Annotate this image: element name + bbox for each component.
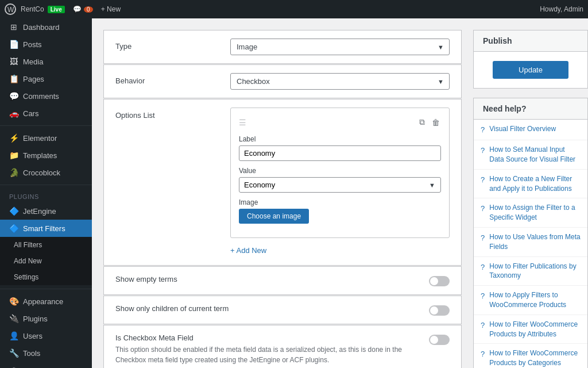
- sidebar-item-media[interactable]: 🖼 Media: [0, 53, 92, 70]
- is-checkbox-meta-label-area: Is Checkbox Meta Field This option shoul…: [115, 334, 417, 365]
- sidebar-label-tools: Tools: [23, 349, 40, 358]
- sidebar-item-dashboard[interactable]: ⊞ Dashboard: [0, 18, 92, 36]
- toggle-knob-2: [430, 306, 438, 315]
- sidebar-item-plugins[interactable]: 🔌 Plugins: [0, 310, 92, 327]
- users-icon: 👤: [9, 331, 18, 340]
- cars-icon: 🚗: [9, 109, 18, 118]
- live-badge: Live: [48, 6, 65, 13]
- sidebar-item-all-filters[interactable]: All Filters: [0, 237, 92, 253]
- behavior-select-wrapper: Checkbox ▼: [230, 73, 450, 90]
- sidebar-label-pages: Pages: [23, 75, 44, 83]
- help-link-1[interactable]: ?How to Set Manual Input Data Source for…: [474, 140, 587, 170]
- sidebar-item-elementor[interactable]: ⚡ Elementor: [0, 129, 92, 147]
- behavior-select[interactable]: Checkbox: [230, 73, 450, 90]
- sidebar-item-settings-main[interactable]: ⚙ Settings: [0, 362, 92, 368]
- sidebar-item-comments[interactable]: 💬 Comments: [0, 87, 92, 105]
- options-card-header: ☰ ⧉ 🗑: [239, 116, 441, 128]
- sidebar-item-smartfilters[interactable]: 🔷 Smart Filters: [0, 220, 92, 237]
- show-only-children-row: Show only children of current term: [103, 296, 462, 324]
- sidebar-label-media: Media: [23, 57, 43, 66]
- options-card-icons: ⧉ 🗑: [418, 116, 441, 128]
- help-link-5[interactable]: ?How to Filter Publications by Taxonomy: [474, 257, 587, 286]
- adminbar-howdy: Howdy, Admin: [540, 5, 583, 13]
- add-new-row: + Add New: [230, 244, 450, 257]
- sidebar-item-pages[interactable]: 📋 Pages: [0, 70, 92, 87]
- value-field-label: Value: [239, 167, 441, 175]
- type-control: Image ▼: [230, 39, 450, 55]
- help-icon-0: ?: [481, 125, 485, 135]
- drag-handle-icon[interactable]: ☰: [239, 118, 246, 127]
- show-empty-terms-toggle[interactable]: [429, 276, 450, 286]
- sidebar-item-posts[interactable]: 📄 Posts: [0, 36, 92, 53]
- sidebar-item-templates[interactable]: 📁 Templates: [0, 147, 92, 164]
- add-new-button[interactable]: + Add New: [230, 244, 266, 257]
- sidebar-label-comments: Comments: [23, 92, 59, 101]
- sidebar-item-jetengine[interactable]: 🔷 JetEngine: [0, 202, 92, 220]
- sidebar-item-settings[interactable]: Settings: [0, 269, 92, 285]
- help-icon-3: ?: [481, 204, 485, 214]
- sidebar-divider-3: [0, 289, 92, 289]
- image-group: Image Choose an image: [239, 198, 441, 224]
- is-checkbox-meta-title: Is Checkbox Meta Field: [115, 334, 417, 342]
- sidebar-label-dashboard: Dashboard: [23, 23, 60, 32]
- value-group: Value Economy ▼: [239, 167, 441, 193]
- label-input[interactable]: [239, 145, 441, 161]
- sidebar-item-add-new[interactable]: Add New: [0, 253, 92, 269]
- type-select-wrapper: Image ▼: [230, 39, 450, 55]
- sidebar-item-cars[interactable]: 🚗 Cars: [0, 105, 92, 122]
- publish-box-header: Publish: [474, 30, 587, 52]
- tools-icon: 🔧: [9, 348, 18, 358]
- sidebar-divider: [0, 125, 92, 126]
- toggle-knob-3: [430, 336, 438, 344]
- adminbar-new[interactable]: + New: [101, 5, 121, 13]
- svg-text:W: W: [7, 6, 14, 14]
- show-only-children-toggle[interactable]: [429, 305, 450, 316]
- help-link-6[interactable]: ?How to Apply Filters to WooCommerce Pro…: [474, 286, 587, 315]
- new-label: + New: [101, 5, 121, 13]
- settings-main-icon: ⚙: [9, 366, 18, 368]
- jetengine-icon: 🔷: [9, 206, 18, 216]
- sidebar-item-appearance[interactable]: 🎨 Appearance: [0, 293, 92, 310]
- label-field-label: Label: [239, 135, 441, 143]
- crocoblock-icon: 🐊: [9, 168, 18, 177]
- delete-button[interactable]: 🗑: [431, 116, 441, 128]
- type-row: Type Image ▼: [103, 30, 462, 64]
- sidebar-label-templates: Templates: [23, 151, 57, 160]
- elementor-icon: ⚡: [9, 133, 18, 143]
- sidebar-label-cars: Cars: [23, 109, 38, 118]
- comment-icon: 💬: [73, 5, 82, 13]
- help-link-4[interactable]: ?How to Use Values from Meta Fields: [474, 228, 587, 257]
- sidebar-item-users[interactable]: 👤 Users: [0, 327, 92, 344]
- copy-button[interactable]: ⧉: [418, 116, 426, 128]
- sidebar-item-crocoblock[interactable]: 🐊 Crocoblock: [0, 164, 92, 181]
- help-links-container: ?Visual Filter Overview?How to Set Manua…: [474, 120, 587, 368]
- all-filters-label: All Filters: [14, 241, 42, 249]
- pages-icon: 📋: [9, 74, 18, 83]
- show-empty-terms-label-area: Show empty terms: [115, 275, 417, 283]
- value-select[interactable]: Economy: [239, 177, 441, 193]
- media-icon: 🖼: [9, 57, 18, 66]
- update-button[interactable]: Update: [493, 61, 569, 79]
- help-link-2[interactable]: ?How to Create a New Filter and Apply it…: [474, 170, 587, 199]
- help-link-8[interactable]: ?How to Filter WooCommerce Products by C…: [474, 344, 587, 368]
- is-checkbox-meta-desc: This option should be enabled if the met…: [115, 344, 417, 365]
- settings-label: Settings: [14, 273, 38, 281]
- help-link-7[interactable]: ?How to Filter WooCommerce Products by A…: [474, 315, 587, 344]
- sidebar-label-elementor: Elementor: [23, 134, 57, 143]
- show-empty-terms-title: Show empty terms: [115, 275, 417, 283]
- help-box-header: Need help?: [474, 98, 587, 120]
- type-select[interactable]: Image: [230, 39, 450, 55]
- adminbar-site[interactable]: RentCo Live: [21, 5, 65, 13]
- choose-image-button[interactable]: Choose an image: [239, 209, 309, 224]
- adminbar-comments[interactable]: 💬 0: [69, 5, 96, 13]
- show-only-children-title: Show only children of current term: [115, 304, 417, 313]
- sidebar-label-crocoblock: Crocoblock: [23, 168, 60, 177]
- toggle-knob: [430, 277, 438, 285]
- posts-icon: 📄: [9, 40, 18, 49]
- sidebar-item-tools[interactable]: 🔧 Tools: [0, 344, 92, 362]
- sidebar-label-appearance: Appearance: [23, 297, 63, 306]
- is-checkbox-meta-toggle[interactable]: [429, 335, 450, 345]
- sidebar-label-users: Users: [23, 332, 42, 340]
- help-link-3[interactable]: ?How to Assign the Filter to a Specific …: [474, 198, 587, 228]
- help-link-0[interactable]: ?Visual Filter Overview: [474, 120, 587, 140]
